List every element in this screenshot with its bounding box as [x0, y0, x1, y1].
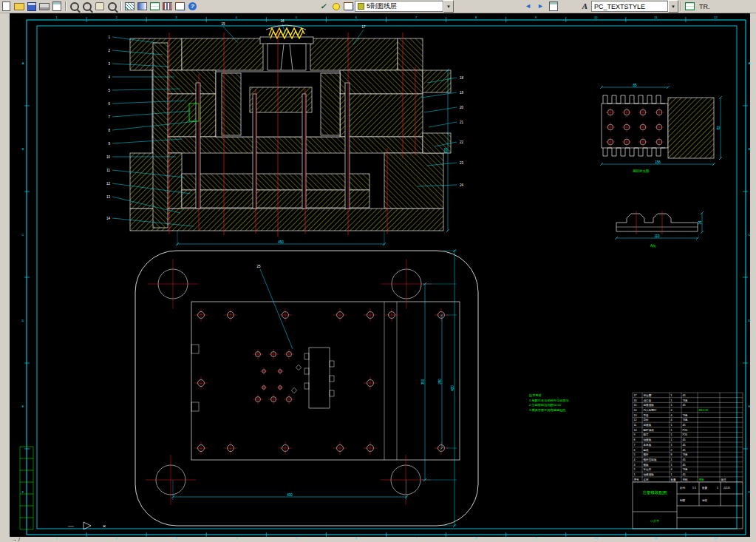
- table-button[interactable]: [149, 1, 161, 12]
- svg-text:110: 110: [654, 234, 660, 238]
- svg-text:E: E: [749, 404, 751, 408]
- text-style-dropdown-button[interactable]: ▼: [668, 0, 678, 13]
- top-toolbar: ? ✓ 5剖面线层 ▼ ◄ ► A PC_TEXTSTYLE ▼ TR.: [0, 0, 756, 13]
- svg-text:13: 13: [634, 414, 637, 417]
- svg-text:1: 1: [634, 473, 636, 476]
- make-layer-current-button[interactable]: ✓: [317, 1, 330, 12]
- svg-text:156: 156: [655, 160, 661, 164]
- open-folder-icon: [14, 3, 24, 10]
- help-icon: ?: [188, 2, 197, 10]
- svg-text:1: 1: [671, 399, 672, 402]
- svg-text:17: 17: [361, 25, 366, 29]
- undo-arrow-icon: ◄: [525, 1, 531, 12]
- layer-select[interactable]: 5剖面线层: [355, 1, 443, 12]
- svg-text:4: 4: [671, 419, 672, 421]
- drawn-label: 制图: [680, 499, 686, 502]
- print-preview-icon: [52, 1, 61, 11]
- svg-text:18: 18: [460, 76, 464, 80]
- new-file-button[interactable]: [0, 1, 13, 12]
- svg-text:B: B: [749, 147, 751, 151]
- svg-text:B: B: [22, 147, 24, 151]
- open-file-button[interactable]: [13, 1, 25, 12]
- svg-text:16: 16: [280, 19, 285, 23]
- print-preview-button[interactable]: [50, 1, 63, 12]
- text-style-select[interactable]: PC_TEXTSTYLE: [591, 1, 668, 12]
- letter-a-icon: A: [582, 1, 588, 12]
- layers-stack-icon: [344, 2, 353, 10]
- dim-style-button[interactable]: [684, 1, 696, 12]
- layer-properties-button[interactable]: [174, 1, 186, 12]
- svg-text:动模板: 动模板: [644, 438, 652, 441]
- svg-text:复位杆: 复位杆: [644, 468, 652, 471]
- svg-text:20: 20: [460, 106, 464, 109]
- printer-icon: [39, 3, 50, 10]
- svg-text:T8A: T8A: [683, 468, 688, 471]
- svg-text:400: 400: [287, 493, 293, 497]
- cad-application-window: { "toolbar": { "layer_combo_value": "5剖面…: [0, 0, 756, 542]
- svg-text:19: 19: [460, 91, 464, 95]
- svg-text:85: 85: [633, 84, 637, 87]
- undo-button[interactable]: ◄: [522, 1, 534, 12]
- layer-color-swatch: [358, 3, 364, 10]
- zoom-extents-button[interactable]: [106, 1, 118, 12]
- match-properties-button[interactable]: [547, 1, 559, 12]
- svg-text:45: 45: [683, 404, 686, 407]
- svg-text:4: 4: [634, 458, 636, 461]
- svg-text:45: 45: [683, 438, 686, 441]
- zoom-realtime-button[interactable]: [68, 1, 81, 12]
- layer-previous-button[interactable]: [330, 1, 342, 12]
- scale-value: 1:1: [692, 487, 696, 490]
- svg-text:2: 2: [634, 468, 636, 471]
- svg-text:45: 45: [683, 458, 686, 461]
- drawing-canvas[interactable]: 112233445566778899101011111212AABBCCDDEE…: [0, 0, 756, 542]
- svg-text:9: 9: [634, 433, 636, 436]
- svg-text:15: 15: [634, 404, 637, 407]
- table-icon: [150, 2, 160, 10]
- svg-text:支承板: 支承板: [644, 444, 652, 447]
- svg-text:450: 450: [278, 240, 284, 244]
- svg-text:1: 1: [671, 458, 672, 461]
- status-strip: → /: [12, 537, 20, 542]
- redo-button[interactable]: ►: [534, 1, 547, 12]
- svg-text:5: 5: [634, 453, 636, 456]
- layer-manager-button[interactable]: [342, 1, 355, 12]
- match-properties-icon: [549, 1, 558, 11]
- svg-text:13: 13: [106, 195, 111, 199]
- svg-text:导套: 导套: [644, 414, 650, 417]
- svg-text:D: D: [22, 319, 24, 322]
- svg-text:导柱: 导柱: [644, 419, 650, 421]
- block-button[interactable]: [161, 1, 174, 12]
- svg-text:推杆: 推杆: [644, 453, 650, 456]
- save-file-button[interactable]: [25, 1, 38, 12]
- lightbulb-icon: [333, 3, 340, 10]
- check-icon: ✓: [320, 1, 326, 12]
- svg-text:24: 24: [460, 183, 464, 187]
- new-file-icon: [2, 1, 10, 11]
- redo-arrow-icon: ►: [537, 1, 544, 12]
- text-style-button[interactable]: A: [579, 1, 591, 12]
- checked-label: 审核: [702, 498, 708, 502]
- qty-label: 数量: [702, 487, 708, 490]
- gradient-button[interactable]: [136, 1, 149, 12]
- pan-button[interactable]: [93, 1, 106, 12]
- svg-text:C: C: [749, 233, 751, 237]
- layer-select-value: 5剖面线层: [367, 1, 397, 11]
- svg-text:型腔镶块: 型腔镶块: [644, 428, 655, 432]
- detail-view-label: 局部放大图: [633, 169, 650, 173]
- svg-text:10: 10: [634, 429, 637, 432]
- svg-text:350: 350: [421, 379, 425, 385]
- svg-text:材料: 材料: [683, 478, 689, 481]
- svg-text:4: 4: [671, 414, 672, 417]
- svg-text:P20: P20: [683, 433, 687, 436]
- svg-text:推杆固定板: 推杆固定板: [644, 458, 657, 461]
- svg-text:1: 1: [671, 424, 672, 427]
- print-button[interactable]: [38, 1, 50, 12]
- toolbar-separator: [120, 1, 121, 11]
- zoom-window-button[interactable]: [81, 1, 93, 12]
- toolbar-spacer: [199, 6, 317, 7]
- layer-select-dropdown-button[interactable]: ▼: [443, 0, 454, 13]
- svg-text:6: 6: [634, 449, 636, 452]
- svg-text:10: 10: [594, 16, 598, 19]
- hatch-button[interactable]: [123, 1, 136, 12]
- help-button[interactable]: ?: [186, 1, 199, 12]
